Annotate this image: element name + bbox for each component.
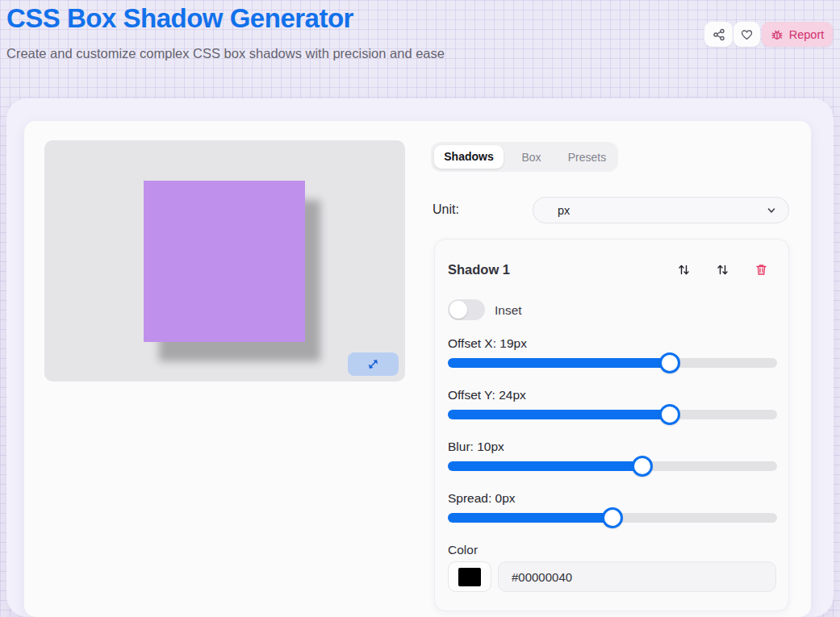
expand-preview-button[interactable] [348, 352, 399, 376]
offset-y-slider-fill [448, 410, 670, 419]
spread-slider-group: Spread: 0px [448, 491, 777, 523]
shadow-1-card: Shadow 1 [434, 239, 789, 611]
share-button[interactable] [704, 22, 733, 47]
blur-slider[interactable] [448, 461, 777, 471]
favorite-button[interactable] [733, 22, 760, 47]
spread-slider-thumb[interactable] [602, 507, 623, 528]
tab-shadows[interactable]: Shadows [434, 145, 504, 169]
spread-slider-fill [448, 513, 612, 523]
offset-x-label: Offset X: 19px [448, 336, 777, 351]
offset-y-slider-thumb[interactable] [659, 404, 680, 425]
preview-panel [44, 140, 405, 381]
tab-presets[interactable]: Presets [559, 151, 615, 164]
delete-shadow-button[interactable] [754, 262, 768, 277]
inset-toggle[interactable] [448, 299, 485, 320]
heart-icon [740, 28, 754, 41]
unit-select-value: px [558, 204, 766, 217]
offset-x-slider[interactable] [448, 358, 777, 368]
spread-slider[interactable] [448, 513, 777, 523]
offset-x-slider-group: Offset X: 19px [448, 336, 777, 368]
color-hex-input[interactable] [498, 561, 776, 592]
color-swatch-button[interactable] [448, 561, 491, 592]
preview-box [144, 181, 305, 342]
report-button[interactable]: Report [762, 22, 833, 47]
offset-x-slider-thumb[interactable] [659, 352, 680, 373]
trash-icon [754, 263, 768, 277]
spread-label: Spread: 0px [448, 491, 777, 506]
blur-slider-group: Blur: 10px [448, 440, 777, 471]
offset-x-slider-fill [448, 358, 670, 368]
chevron-down-icon [766, 205, 777, 216]
expand-icon [366, 357, 380, 371]
generator-card: Shadows Box Presets Unit: px Shadow 1 [24, 121, 811, 617]
blur-slider-fill [448, 461, 642, 471]
blur-slider-thumb[interactable] [632, 456, 653, 477]
reorder-arrows-icon [677, 263, 691, 277]
reorder-arrows-icon [716, 263, 729, 277]
blur-label: Blur: 10px [448, 440, 777, 454]
inset-toggle-label: Inset [495, 303, 522, 318]
page-subtitle: Create and customize complex CSS box sha… [6, 46, 445, 61]
inset-toggle-knob [449, 301, 467, 319]
tab-box[interactable]: Box [504, 151, 559, 164]
offset-y-label: Offset Y: 24px [448, 388, 777, 402]
unit-label: Unit: [433, 202, 459, 217]
page-title: CSS Box Shadow Generator [6, 3, 353, 34]
move-shadow-up-button[interactable] [676, 262, 691, 277]
report-button-label: Report [789, 28, 825, 41]
color-label: Color [448, 543, 478, 557]
share-nodes-icon [713, 28, 725, 41]
shadow-card-title: Shadow 1 [448, 262, 510, 277]
color-swatch [458, 568, 481, 586]
offset-y-slider[interactable] [448, 410, 777, 419]
offset-y-slider-group: Offset Y: 24px [448, 388, 777, 419]
unit-select[interactable]: px [533, 197, 789, 223]
move-shadow-down-button[interactable] [715, 262, 729, 277]
tab-bar: Shadows Box Presets [431, 142, 618, 172]
bug-icon [771, 28, 784, 41]
